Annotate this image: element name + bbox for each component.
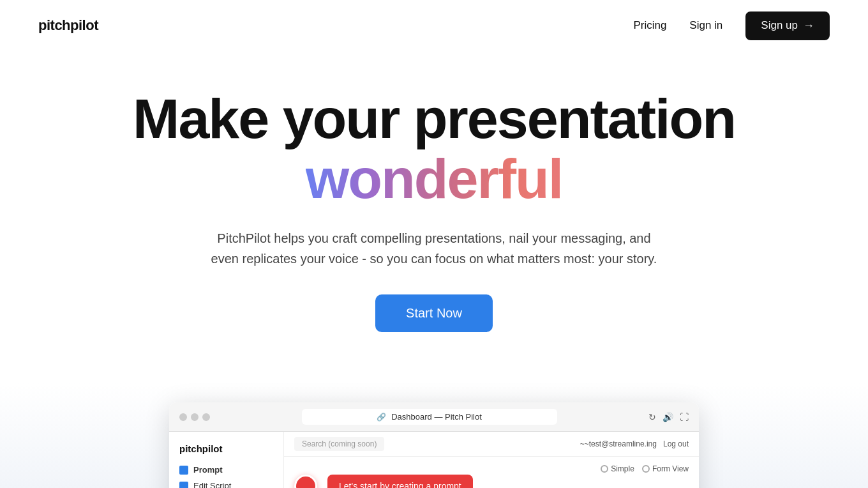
navigation: pitchpilot Pricing Sign in Sign up →	[0, 0, 868, 51]
screenshot-section: 🔗 Dashboard — Pitch Pilot ↻ 🔊 ⛶ pitchpil…	[0, 383, 868, 488]
pricing-link[interactable]: Pricing	[633, 19, 666, 32]
browser-dots	[179, 413, 210, 421]
nav-links: Pricing Sign in Sign up →	[633, 11, 830, 40]
dot-green	[202, 413, 210, 421]
hero-heading: Make your presentation wonderful	[13, 89, 855, 210]
sound-icon[interactable]: 🔊	[662, 412, 673, 422]
start-now-button[interactable]: Start Now	[375, 294, 493, 332]
sidebar-edit-script-label: Edit Script	[193, 481, 231, 488]
dot-yellow	[191, 413, 198, 421]
sidebar-item-prompt[interactable]: Prompt	[169, 462, 283, 478]
edit-script-icon	[179, 482, 188, 488]
form-view-option[interactable]: Form View	[642, 464, 689, 473]
expand-icon[interactable]: ⛶	[680, 412, 689, 422]
signup-label: Sign up	[761, 19, 798, 32]
signin-link[interactable]: Sign in	[689, 19, 722, 32]
form-view-label: Form View	[652, 464, 689, 473]
arrow-icon: →	[803, 19, 814, 33]
simple-radio[interactable]	[601, 465, 608, 473]
browser-chrome: 🔗 Dashboard — Pitch Pilot ↻ 🔊 ⛶	[169, 402, 699, 432]
wonderful-text: wonderful	[306, 147, 562, 210]
reload-icon[interactable]: ↻	[648, 412, 656, 422]
site-logo: pitchpilot	[38, 17, 98, 34]
app-main: Search (coming soon) ~~test@streamline.i…	[284, 432, 699, 488]
simple-view-option[interactable]: Simple	[601, 464, 634, 473]
link-icon: 🔗	[377, 413, 386, 422]
app-content: pitchpilot Prompt Edit Script Export	[169, 432, 699, 488]
form-radio[interactable]	[642, 465, 650, 473]
browser-window: 🔗 Dashboard — Pitch Pilot ↻ 🔊 ⛶ pitchpil…	[169, 402, 699, 488]
signup-button[interactable]: Sign up →	[745, 11, 830, 40]
url-text: Dashboard — Pitch Pilot	[391, 412, 482, 422]
app-sidebar: pitchpilot Prompt Edit Script Export	[169, 432, 284, 488]
sidebar-logo: pitchpilot	[169, 439, 283, 462]
record-button[interactable]	[294, 475, 317, 488]
top-right-actions: ~~test@streamline.ing Log out	[580, 439, 689, 448]
view-options: Simple Form View	[601, 464, 689, 473]
sidebar-prompt-label: Prompt	[193, 465, 223, 475]
hero-section: Make your presentation wonderful PitchPi…	[0, 51, 868, 358]
simple-view-label: Simple	[611, 464, 634, 473]
sidebar-item-edit-script[interactable]: Edit Script	[169, 478, 283, 488]
hero-title-line2: wonderful	[13, 148, 855, 210]
hero-subtitle: PitchPilot helps you craft compelling pr…	[211, 228, 657, 269]
app-topbar: Search (coming soon) ~~test@streamline.i…	[284, 432, 699, 457]
browser-controls: ↻ 🔊 ⛶	[648, 412, 689, 422]
browser-url-bar[interactable]: 🔗 Dashboard — Pitch Pilot	[302, 409, 557, 425]
prompt-tooltip: Let's start by creating a prompt	[327, 475, 473, 488]
logout-link[interactable]: Log out	[663, 439, 689, 448]
prompt-icon	[179, 466, 188, 475]
app-body: Let's start by creating a prompt Simple …	[284, 457, 699, 488]
user-email: ~~test@streamline.ing	[580, 439, 657, 448]
hero-title-line1: Make your presentation	[13, 89, 855, 148]
search-placeholder[interactable]: Search (coming soon)	[294, 437, 384, 451]
dot-red	[179, 413, 187, 421]
